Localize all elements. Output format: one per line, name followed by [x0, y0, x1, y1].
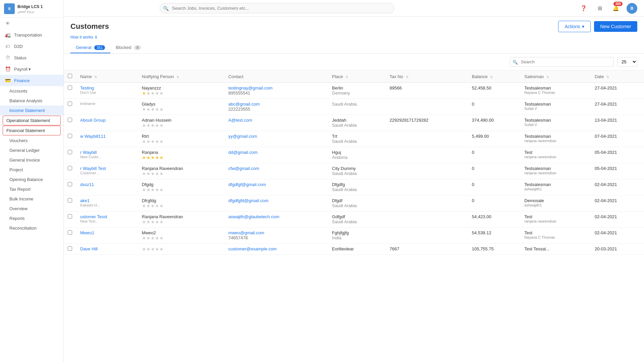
row-checkbox[interactable] [68, 85, 72, 90]
customer-name[interactable]: Abouli Group [80, 118, 134, 123]
customer-name[interactable]: r Waybill Test [80, 166, 134, 171]
salesman-sub: ranjana raveendran [524, 155, 587, 159]
star-1: ★ [142, 235, 146, 241]
date-value: 02-04-2021 [595, 230, 617, 235]
select-all-checkbox[interactable] [68, 74, 72, 78]
sidebar-item-status[interactable]: ⏱ Status [0, 52, 63, 63]
row-checkbox[interactable] [68, 230, 72, 235]
customer-name[interactable]: Mweo1 [80, 230, 134, 235]
notifying-person: Ranjana Raveendran [142, 214, 220, 219]
how-it-works-link[interactable]: How it works [70, 35, 93, 40]
new-customer-button[interactable]: New Customer [594, 21, 637, 32]
customer-name[interactable]: r Waybill [80, 150, 134, 155]
contact-email: yy@gmail.com [228, 134, 324, 139]
row-checkbox[interactable] [68, 246, 72, 251]
salesman-name: Testsalesman [524, 118, 587, 123]
sort-icon: ⇅ [546, 75, 549, 79]
sidebar-sub-reports[interactable]: Reports [0, 214, 63, 223]
star-4: ★ [155, 187, 159, 192]
cell-balance: 105,755.75 [468, 244, 520, 255]
star-5: ★ [159, 246, 164, 252]
table-body: Testing Don't Use Nayanzzz ★★★★★ testing… [64, 83, 644, 255]
clock-icon: ⏱ [5, 55, 11, 61]
salesman-name: Test [524, 230, 587, 235]
user-avatar[interactable]: B [627, 3, 637, 14]
cell-date: 20-03-2021 [591, 244, 644, 255]
apps-button[interactable]: ⊞ [594, 3, 605, 14]
row-checkbox[interactable] [68, 166, 72, 170]
star-4: ★ [155, 107, 159, 112]
row-checkbox[interactable] [68, 182, 72, 186]
notifications-button[interactable]: 🔔 389 [610, 3, 621, 14]
actions-button[interactable]: Actions ▾ [558, 21, 591, 32]
topbar-search-input[interactable] [160, 3, 394, 13]
star-3: ★ [151, 107, 155, 112]
customer-name[interactable]: w Waybill111 [80, 134, 134, 139]
help-button[interactable]: ❓ [578, 3, 589, 14]
table-search-icon: 🔍 [513, 59, 518, 64]
sidebar-item-eye[interactable]: 👁 [0, 18, 63, 29]
star-5: ★ [159, 235, 164, 241]
tax-number: 89566 [390, 85, 402, 90]
contact-email: abc@gmail.com [228, 102, 324, 107]
sort-icon: ⇅ [490, 75, 493, 79]
sidebar-sub-general-invoice[interactable]: General Invoice [0, 155, 63, 165]
sidebar-item-finance[interactable]: 💳 Finance [0, 75, 63, 86]
page-size-select[interactable]: 25 50 100 [617, 57, 637, 67]
row-checkbox[interactable] [68, 150, 72, 154]
cell-taxno: 2292928171729282 [386, 115, 468, 131]
col-date: Date ⇅ [591, 70, 644, 83]
table-toolbar: 🔍 25 50 100 [64, 54, 644, 70]
cell-taxno: 89566 [386, 83, 468, 99]
sidebar-sub-financial-statement[interactable]: Financial Statement [3, 126, 61, 135]
salesman-name: Test Tessal... [524, 246, 587, 251]
sidebar-item-payroll[interactable]: ⏰ Payroll ▾ [0, 63, 63, 75]
row-checkbox[interactable] [68, 134, 72, 138]
sidebar-item-d2d[interactable]: 🏷 D2D [0, 41, 63, 52]
row-checkbox[interactable] [68, 198, 72, 202]
sidebar-sub-operational-statement[interactable]: Operational Statement [3, 116, 61, 125]
cell-date: 27-04-2021 [591, 83, 644, 99]
customer-name[interactable]: dxsz11 [80, 182, 134, 187]
info-icon[interactable]: ℹ [95, 35, 97, 40]
contact-email: dfgdfgf@gmail.com [228, 182, 324, 187]
customer-name[interactable]: ake1 [80, 198, 134, 203]
star-2: ★ [146, 139, 151, 144]
sidebar-sub-overview[interactable]: Overview [0, 204, 63, 214]
apps-icon: ⊞ [598, 5, 602, 11]
date-value: 13-04-2021 [595, 118, 617, 123]
cell-contact: dfgdfgfd@gmail.com [224, 195, 328, 212]
table-search-input[interactable] [510, 57, 614, 67]
sidebar-sub-balance-analysis[interactable]: Balance Analysis [0, 96, 63, 106]
row-checkbox[interactable] [68, 118, 72, 122]
sidebar-item-transportation[interactable]: 🚛 Transportation [0, 29, 63, 41]
notifying-person: Adnan Hussein [142, 118, 220, 123]
tab-general[interactable]: General 351 [70, 42, 110, 53]
sidebar-sub-accounts[interactable]: Accounts [0, 86, 63, 96]
tab-blocked[interactable]: Blocked 8 [110, 42, 146, 53]
sidebar-sub-reconciliation[interactable]: Reconciliation [0, 223, 63, 233]
sidebar-sub-general-ledger[interactable]: General Ledger [0, 145, 63, 155]
contact-email: testingnay@gmail.com [228, 85, 324, 90]
col-name: Name ⇅ [76, 70, 138, 83]
sidebar-sub-opening-balance[interactable]: Opening Balance [0, 175, 63, 184]
row-checkbox[interactable] [68, 102, 72, 106]
customer-name[interactable]: Dave Hill [80, 246, 134, 251]
customer-name[interactable]: Testing [80, 85, 134, 90]
date-value: 02-04-2021 [595, 214, 617, 219]
cell-contact: yy@gmail.com [224, 131, 328, 147]
finance-icon: 💳 [5, 77, 11, 83]
star-4: ★ [155, 139, 159, 144]
sidebar-sub-bulk-income[interactable]: Bulk Income [0, 194, 63, 204]
sidebar-sub-tax-report[interactable]: Tax Report [0, 184, 63, 194]
sidebar-sub-project[interactable]: Project [0, 165, 63, 175]
cell-contact: aswajith@glaubetech.com [224, 212, 328, 228]
sidebar-sub-vouchers[interactable]: Vouchers [0, 136, 63, 145]
place-country: Andorra [332, 155, 382, 160]
balance-value: 0 [472, 182, 474, 187]
sidebar-sub-income-statement[interactable]: Income Statement [0, 106, 63, 115]
row-checkbox[interactable] [68, 214, 72, 219]
star-5: ★ [159, 155, 164, 160]
customer-name[interactable]: ustomer Tesst [80, 214, 134, 219]
stars: ★★★★★ [142, 246, 220, 252]
